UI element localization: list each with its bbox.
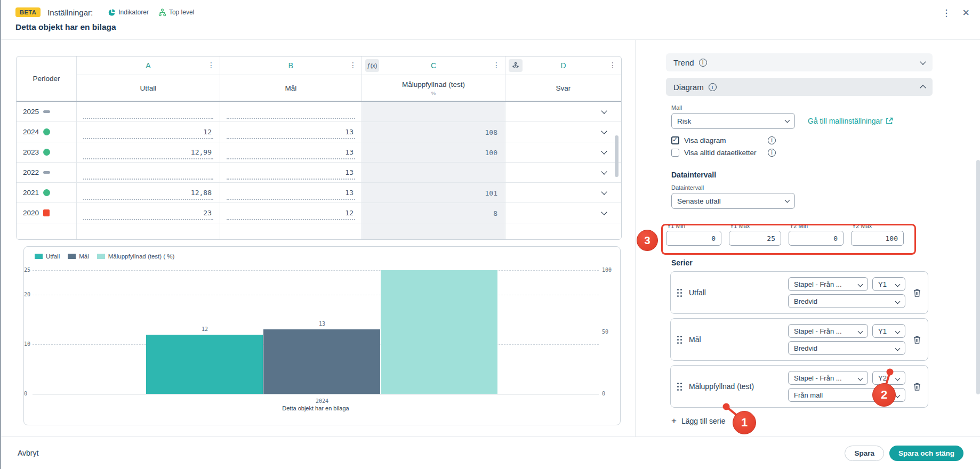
series-axis-select[interactable]: Y1 (872, 324, 905, 338)
cell-utfall[interactable] (77, 102, 220, 122)
cell-svar-dropdown[interactable] (505, 122, 621, 142)
chart-legend: Utfall Mål Måluppfyllnad (test) ( %) (35, 253, 174, 260)
trash-icon[interactable] (913, 382, 921, 391)
cancel-button[interactable]: Avbryt (18, 449, 38, 457)
column-header-a: A ⋮ Utfall (77, 56, 220, 101)
save-button[interactable]: Spara (845, 446, 884, 461)
dataintervall-select[interactable]: Senaste utfall (671, 193, 795, 209)
cell-svar-dropdown[interactable] (505, 203, 621, 223)
mall-label: Mall (671, 104, 933, 111)
y1-min-input[interactable] (666, 231, 721, 246)
y2-max-input[interactable] (851, 231, 904, 246)
mall-settings-link[interactable]: Gå till mallinställningar (808, 117, 893, 125)
column-menu-icon[interactable]: ⋮ (207, 61, 215, 69)
bar-Måluppfyllnad (test)[interactable] (381, 270, 497, 394)
table-row: 2022 13 (17, 163, 621, 183)
breadcrumb-indikatorer[interactable]: Indikatorer (108, 9, 149, 17)
panel-divider (635, 40, 636, 436)
chart-caption: Detta objekt har en bilaga (33, 405, 599, 411)
table-header: Perioder A ⋮ Utfall B ⋮ Mål ƒ(x) C ⋮ Mål… (17, 56, 621, 102)
cell-utfall[interactable]: 23 (77, 203, 220, 223)
cell-utfall[interactable] (77, 163, 220, 182)
series-type-select[interactable]: Stapel - Från ... (788, 277, 868, 291)
chevron-down-icon (895, 393, 901, 398)
cell-utfall[interactable]: 12,99 (77, 142, 220, 162)
table-row: 2023 12,99 13 100 (17, 142, 621, 163)
cell-mal[interactable] (220, 102, 362, 122)
table-scrollbar[interactable] (615, 135, 618, 177)
series-type-select[interactable]: Stapel - Från ... (788, 324, 868, 338)
info-icon[interactable]: i (699, 59, 707, 67)
column-menu-icon[interactable]: ⋮ (609, 61, 616, 69)
y1-max-input[interactable] (729, 231, 781, 246)
visa-diagram-checkbox[interactable] (671, 136, 679, 144)
drag-handle-icon[interactable] (677, 335, 682, 344)
cell-mal[interactable]: 13 (220, 122, 362, 142)
pie-chart-icon (108, 9, 116, 17)
series-axis-select[interactable]: Y2 (872, 371, 905, 385)
drag-handle-icon[interactable] (677, 288, 682, 297)
cell-maluppfyllnad: 101 (362, 183, 505, 203)
legend-item[interactable]: Mål (68, 253, 89, 260)
cell-maluppfyllnad: 100 (362, 142, 505, 162)
cell-mal[interactable]: 13 (220, 142, 362, 162)
cell-maluppfyllnad (362, 102, 505, 122)
legend-swatch (35, 254, 43, 259)
cell-mal[interactable]: 13 (220, 183, 362, 203)
save-and-close-button[interactable]: Spara och stäng (889, 446, 963, 461)
window-scrollbar[interactable] (976, 160, 980, 394)
breadcrumb: Indikatorer Top level (108, 9, 194, 17)
cell-utfall[interactable]: 12 (77, 122, 220, 142)
y2-min-input[interactable] (789, 231, 844, 246)
plus-icon: + (671, 416, 677, 425)
table-row (17, 223, 621, 240)
unit-label: % (431, 90, 436, 96)
series-type-select[interactable]: Stapel - Från ... (788, 371, 868, 385)
series-axis-select[interactable]: Y1 (872, 277, 905, 291)
column-menu-icon[interactable]: ⋮ (493, 61, 500, 69)
series-mode-select[interactable]: Bredvid (788, 294, 905, 308)
footer: Avbryt Spara Spara och stäng (1, 436, 980, 469)
info-icon[interactable]: i (768, 149, 776, 157)
accordion-trend[interactable]: Trend i (666, 53, 933, 71)
info-icon[interactable]: i (709, 83, 717, 91)
add-series-button[interactable]: + Lägg till serie (671, 416, 933, 425)
cell-mal[interactable]: 12 (220, 203, 362, 223)
bar-Utfall[interactable] (146, 335, 263, 394)
info-icon[interactable]: i (768, 136, 776, 144)
cell-mal[interactable]: 13 (220, 163, 362, 182)
dataintervall-heading: Dataintervall (671, 171, 933, 179)
accordion-diagram[interactable]: Diagram i (666, 78, 933, 96)
series-card-maluppfyllnad: Måluppfyllnad (test) Stapel - Från ... Y… (670, 365, 928, 408)
series-card-utfall: Utfall Stapel - Från ... Y1 Bredvid (670, 271, 928, 314)
legend-item[interactable]: Måluppfyllnad (test) ( %) (97, 253, 175, 260)
chevron-down-icon (895, 282, 901, 287)
cell-svar-dropdown[interactable] (505, 163, 621, 182)
series-mode-select[interactable]: Bredvid (788, 341, 905, 355)
cell-svar-dropdown[interactable] (505, 142, 621, 162)
table-row: 2025 (17, 102, 621, 122)
drag-handle-icon[interactable] (677, 382, 682, 391)
column-menu-icon[interactable]: ⋮ (349, 61, 357, 69)
bar-Mål[interactable] (263, 329, 380, 394)
series-mode-select[interactable]: Från mall (788, 388, 905, 402)
status-icon (43, 189, 50, 196)
trash-icon[interactable] (913, 288, 921, 297)
legend-item[interactable]: Utfall (35, 253, 60, 260)
chevron-down-icon (601, 209, 607, 215)
close-icon[interactable]: × (962, 7, 969, 19)
mall-select[interactable]: Risk (671, 113, 795, 129)
visa-dataetiketter-checkbox[interactable] (671, 149, 679, 157)
chevron-down-icon (601, 148, 607, 154)
breadcrumb-top-level[interactable]: Top level (158, 9, 194, 17)
cell-svar-dropdown[interactable] (505, 102, 621, 122)
column-header-d: D ⋮ Svar (505, 56, 621, 101)
settings-panel: Trend i Diagram i Mall Risk Gå till mall… (666, 53, 933, 425)
formula-icon: ƒ(x) (365, 59, 379, 72)
cell-utfall[interactable]: 12,88 (77, 183, 220, 203)
column-header-b: B ⋮ Mål (220, 56, 362, 101)
trash-icon[interactable] (913, 335, 921, 344)
cell-svar-dropdown[interactable] (505, 183, 621, 203)
more-options-icon[interactable]: ⋮ (942, 9, 951, 18)
legend-swatch (68, 254, 76, 259)
